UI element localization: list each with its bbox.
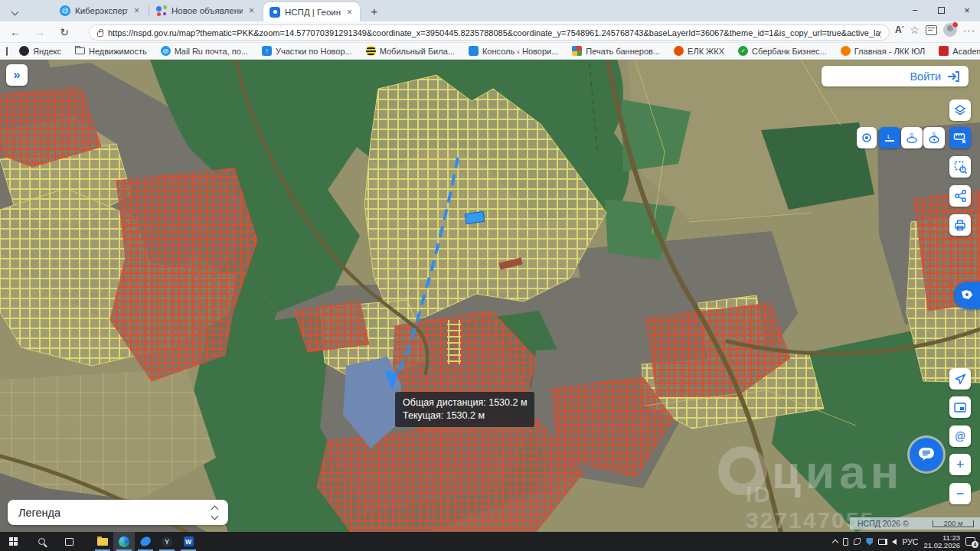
tab-1[interactable]: @ Киберэксперт предупредил о сх ×	[54, 0, 147, 21]
bookmark-sber[interactable]: ✓Сбербанк Бизнес...	[731, 46, 834, 56]
taskbar-search-button[interactable]	[31, 532, 52, 551]
chat-button[interactable]	[910, 438, 943, 471]
new-tab-button[interactable]: +	[366, 3, 383, 18]
sidebar-toggle-icon[interactable]	[6, 47, 8, 56]
notification-center-icon[interactable]: 4	[965, 537, 975, 546]
taskbar-yandex-browser[interactable]: Y	[156, 532, 178, 551]
legend-expand-icon[interactable]	[212, 507, 217, 519]
print-service-icon	[572, 46, 582, 56]
start-button[interactable]	[3, 532, 24, 551]
address-search-button[interactable]: @	[949, 425, 971, 447]
bookmark-academy[interactable]: Academy Stars 1 P...	[932, 46, 980, 56]
bookmark-konsol[interactable]: Консоль ‹ Новори...	[462, 46, 565, 56]
profile-avatar[interactable]	[943, 23, 957, 37]
taskbar-edge[interactable]	[113, 532, 135, 551]
measure-point-button[interactable]	[857, 127, 877, 148]
expand-panel-button[interactable]: »	[6, 64, 28, 86]
refresh-button[interactable]: ↻	[55, 23, 74, 41]
window-controls: − ×	[902, 0, 980, 20]
bookmark-pechat[interactable]: Печать баннеров...	[565, 46, 667, 56]
circle-area-icon: S	[927, 132, 941, 144]
taskbar-explorer[interactable]	[92, 532, 113, 551]
double-chevron-right-icon: »	[14, 68, 21, 82]
bookmark-lkk[interactable]: Главная - ЛКК ЮЛ	[834, 46, 933, 56]
tab-close-icon[interactable]: ×	[247, 6, 256, 15]
more-menu-icon[interactable]: ···	[963, 24, 975, 36]
bookmark-mailru[interactable]: @Mail Ru почта, по...	[154, 46, 255, 56]
tab-close-icon[interactable]: ×	[345, 8, 354, 17]
spatial-search-button[interactable]	[949, 156, 971, 178]
legend-panel[interactable]: Легенда	[8, 500, 228, 525]
bookmark-elk[interactable]: ЕЛК ЖКХ	[667, 46, 731, 56]
notification-badge: 4	[972, 541, 978, 548]
chat-bubble-icon	[918, 447, 935, 462]
area-icon: S	[905, 132, 919, 144]
share-button[interactable]	[949, 185, 971, 207]
taskbar-paint[interactable]	[135, 532, 156, 551]
measure-length-button[interactable]: L	[879, 127, 900, 148]
read-aloud-icon[interactable]: Aⁿ	[895, 24, 903, 35]
zoom-in-button[interactable]: +	[949, 454, 971, 475]
taskbar-word[interactable]: W	[178, 532, 199, 551]
locate-me-button[interactable]	[949, 368, 971, 390]
share-icon	[955, 190, 966, 202]
tab-2[interactable]: Новое объявление — Объявлени ×	[150, 0, 262, 21]
tab-3-active[interactable]: НСПД | Геоинформационный пор ×	[263, 2, 360, 21]
map-attribution: НСПД 2026 ©	[858, 519, 909, 528]
favorite-star-icon[interactable]: ☆	[910, 24, 920, 36]
measure-circle-button[interactable]: S	[923, 127, 945, 148]
point-icon	[861, 132, 872, 143]
tray-expand-icon[interactable]	[832, 539, 838, 545]
search-icon	[38, 538, 45, 545]
nspd-favicon	[270, 7, 280, 18]
measure-area-button[interactable]: S	[901, 127, 923, 148]
elk-icon	[674, 46, 684, 56]
minimize-button[interactable]: −	[902, 0, 928, 20]
minimap-button[interactable]	[949, 396, 971, 418]
bookmark-uchastki[interactable]: ↑Участки по Новор...	[255, 46, 359, 56]
sber-check-icon: ✓	[738, 46, 748, 56]
mail-at-icon: @	[161, 46, 171, 56]
blue-site-icon	[469, 46, 479, 56]
forward-button[interactable]: →	[31, 23, 49, 41]
print-button[interactable]	[949, 214, 971, 236]
login-icon	[947, 71, 959, 82]
login-button[interactable]: Войти	[822, 66, 969, 86]
collections-icon[interactable]	[926, 25, 937, 35]
map-area: » Войти L S S	[0, 60, 980, 532]
zoom-out-button[interactable]: −	[949, 483, 971, 504]
measure-tooltip: Общая дистанция: 1530.2 м Текущая: 1530.…	[395, 392, 534, 427]
pkk-panel-tab[interactable]	[954, 282, 980, 309]
map-canvas[interactable]	[0, 60, 980, 532]
task-view-button[interactable]	[58, 532, 80, 551]
usb-icon[interactable]	[843, 538, 848, 546]
mailru-favicon: @	[60, 5, 70, 16]
bookmark-nedvizhimost[interactable]: Недвижимость	[68, 47, 154, 56]
language-indicator[interactable]: РУС	[902, 537, 918, 546]
tab-title: НСПД | Геоинформационный пор	[285, 8, 341, 17]
security-shield-icon[interactable]	[866, 538, 873, 546]
volume-icon[interactable]	[892, 539, 897, 545]
tab-separator	[149, 5, 149, 16]
date: 21.02.2026	[923, 542, 960, 549]
tab-search-dropdown[interactable]	[6, 5, 23, 18]
measure-toggle-button[interactable]	[949, 127, 971, 148]
onedrive-icon[interactable]	[854, 538, 861, 545]
maximize-button[interactable]	[928, 0, 954, 20]
close-window-button[interactable]: ×	[954, 0, 980, 20]
layers-button[interactable]	[949, 99, 971, 121]
address-bar[interactable]: https://nspd.gov.ru/map?thematic=PKK&zoo…	[89, 24, 890, 41]
bookmark-yandex[interactable]: Яндекс	[12, 46, 68, 56]
maximize-icon	[938, 7, 945, 14]
time: 11:23	[942, 534, 960, 542]
bookmark-beeline[interactable]: Мобильный Била...	[359, 46, 462, 56]
minus-icon: −	[956, 486, 965, 502]
clock[interactable]: 11:23 21.02.2026	[923, 534, 960, 549]
measure-total: Общая дистанция: 1530.2 м	[403, 396, 527, 409]
tab-close-icon[interactable]: ×	[132, 6, 141, 15]
at-icon: @	[955, 430, 965, 442]
task-view-icon	[65, 538, 74, 546]
windows-taskbar: Y W РУС 11:23 21.02.2026 4	[0, 532, 980, 551]
length-icon: L	[884, 132, 896, 144]
back-button[interactable]: ←	[6, 23, 24, 41]
